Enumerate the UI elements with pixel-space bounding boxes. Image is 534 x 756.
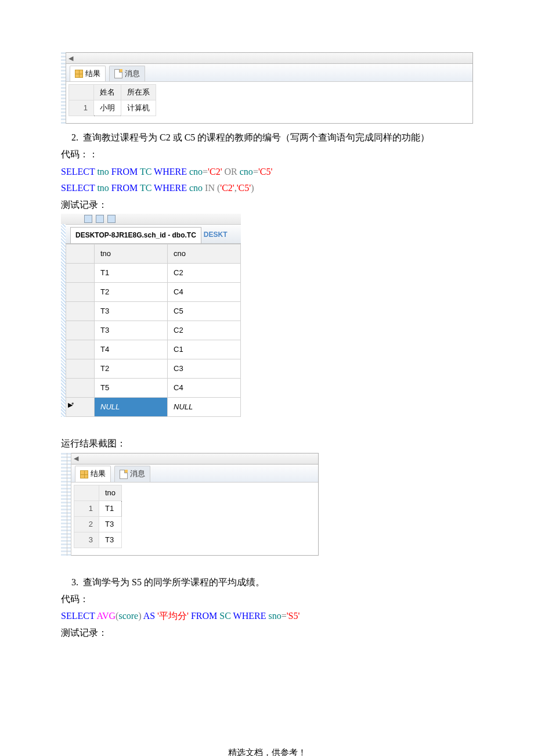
tab-messages[interactable]: 消息 (109, 66, 145, 81)
tab-label: 消息 (130, 467, 145, 480)
new-row[interactable]: NULL NULL (66, 398, 241, 417)
tab-label: 结果 (91, 467, 106, 480)
table-row[interactable]: T2C4 (66, 282, 241, 301)
table-row[interactable]: 1 小明 计算机 (69, 100, 156, 116)
grid-corner (66, 244, 95, 263)
sql-line-1: SELECT tno FROM TC WHERE cno='C2' OR cno… (61, 164, 473, 179)
document-icon (114, 69, 122, 78)
table-row[interactable]: 2T3 (74, 516, 122, 532)
chevron-left-icon: ◀ (68, 53, 73, 64)
grid-icon (80, 470, 88, 478)
page-footer: 精选文档，供参考！ (61, 746, 473, 756)
table-row[interactable]: 1T1 (74, 501, 122, 516)
column-header[interactable]: tno (95, 244, 168, 263)
cell[interactable]: 计算机 (121, 100, 156, 116)
table-row[interactable]: T4C1 (66, 340, 241, 359)
tab-results[interactable]: 结果 (75, 466, 111, 481)
column-header[interactable]: 所在系 (121, 85, 156, 100)
toolbar-button[interactable] (84, 215, 92, 223)
code-label: 代码：： (61, 146, 473, 162)
toolbar-dropdown[interactable] (107, 215, 116, 223)
run-result-label: 运行结果截图： (61, 435, 473, 451)
splitter-bar[interactable]: ◀ (66, 53, 472, 64)
table-row[interactable]: T3C2 (66, 321, 241, 340)
column-header[interactable]: cno (168, 244, 241, 263)
toolbar (61, 214, 241, 225)
results-panel-2: ◀ 结果 消息 tno 1T1 (61, 453, 473, 556)
panel-gutter (61, 224, 66, 417)
cell[interactable]: 小明 (94, 100, 121, 116)
table-row[interactable]: T5C4 (66, 379, 241, 398)
toolbar-button[interactable] (96, 215, 104, 223)
tab-label: 消息 (125, 67, 140, 80)
grid-corner (74, 485, 99, 501)
editor-tab-inactive[interactable]: DESKT (201, 227, 230, 243)
sql-line-3: SELECT AVG(score) AS '平均分' FROM SC WHERE… (61, 608, 473, 624)
grid-corner (69, 85, 94, 100)
tc-data-grid[interactable]: tno cno T1C2 T2C4 T3C5 T3C2 T4C1 T2C3 T5… (66, 244, 241, 417)
column-header[interactable]: 姓名 (94, 85, 121, 100)
tc-table-panel: DESKTOP-8JR1E8G.sch_id - dbo.TC DESKT tn… (61, 214, 473, 417)
tab-messages[interactable]: 消息 (114, 466, 150, 481)
question-3: 3.查询学号为 S5 的同学所学课程的平均成绩。 (71, 574, 473, 590)
test-label: 测试记录： (61, 625, 473, 640)
tab-results[interactable]: 结果 (70, 66, 106, 81)
table-row[interactable]: T1C2 (66, 263, 241, 282)
panel-gutter (67, 453, 71, 556)
results-grid[interactable]: 姓名 所在系 1 小明 计算机 (68, 84, 156, 116)
row-number: 1 (69, 100, 94, 116)
new-row-marker-icon (66, 398, 95, 417)
chevron-left-icon: ◀ (74, 453, 78, 464)
test-label: 测试记录： (61, 197, 473, 213)
grid-icon (75, 70, 83, 78)
null-cell[interactable]: NULL (168, 398, 241, 417)
editor-tab-bar: DESKTOP-8JR1E8G.sch_id - dbo.TC DESKT (66, 225, 241, 243)
code-label: 代码： (61, 591, 473, 607)
table-row[interactable]: 3T3 (74, 532, 122, 548)
column-header[interactable]: tno (99, 485, 122, 501)
table-row[interactable]: T3C5 (66, 301, 241, 321)
sql-line-2: SELECT tno FROM TC WHERE cno IN ('C2','C… (61, 180, 473, 196)
results-panel-1: ◀ 结果 消息 姓名 所在系 (61, 52, 473, 124)
question-2: 2.查询教过课程号为 C2 或 C5 的课程的教师的编号（写两个查询语句完成同样… (71, 129, 473, 145)
table-row[interactable]: T2C3 (66, 359, 241, 379)
tab-label: 结果 (85, 67, 100, 80)
results-grid[interactable]: tno 1T1 2T3 3T3 (74, 485, 122, 548)
splitter-bar[interactable]: ◀ (71, 453, 318, 465)
panel-gutter (61, 453, 67, 556)
tab-bar: 结果 消息 (66, 64, 472, 82)
editor-tab-active[interactable]: DESKTOP-8JR1E8G.sch_id - dbo.TC (70, 227, 201, 243)
tab-bar: 结果 消息 (71, 465, 318, 483)
document-icon (120, 470, 128, 479)
panel-gutter (61, 52, 66, 124)
null-cell-selected[interactable]: NULL (95, 398, 168, 417)
